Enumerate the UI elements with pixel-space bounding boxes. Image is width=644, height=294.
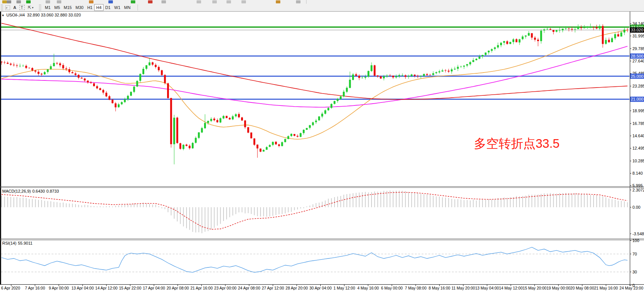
clipped-toolbar-icon[interactable]: [2, 0, 7, 3]
candle-body: [266, 147, 268, 150]
clipped-toolbar-icon[interactable]: [197, 0, 201, 3]
candle-body: [84, 79, 86, 80]
clipped-toolbar-icon[interactable]: [296, 0, 301, 3]
timeframe-button-mn[interactable]: MN: [122, 4, 132, 11]
clipped-toolbar-icon[interactable]: [161, 0, 166, 3]
clipped-toolbar-icon[interactable]: [148, 0, 152, 3]
clipped-toolbar-icon[interactable]: [57, 0, 61, 3]
candle-body: [247, 127, 249, 133]
svg-text:8 May 16:00: 8 May 16:00: [429, 286, 450, 290]
candle-body: [469, 62, 471, 64]
candle-body: [16, 65, 18, 66]
clipped-toolbar-icon[interactable]: [131, 0, 135, 3]
chart-toolbar: FAT⇱▾ M1M5M15M30H1H4D1W1MN: [0, 4, 644, 11]
candle-body: [596, 27, 598, 28]
candle-body: [139, 74, 141, 81]
candle-body: [102, 90, 104, 92]
candle-body: [423, 74, 425, 76]
chart-title: ▼USOil-,H4 32.890 33.060 32.880 33.020: [1, 13, 81, 17]
clipped-toolbar-icon[interactable]: [241, 0, 246, 3]
timeframe-button-w1[interactable]: W1: [113, 4, 123, 11]
toolbar-grip[interactable]: [1, 4, 3, 10]
candle-body: [586, 27, 588, 28]
candle-body: [250, 132, 252, 138]
clipped-toolbar-icon[interactable]: [16, 0, 21, 3]
candle-body: [244, 120, 246, 127]
candle-body: [272, 142, 274, 145]
candle-body: [543, 30, 545, 31]
candle-body: [300, 133, 302, 137]
candle-body: [161, 70, 163, 75]
candle-body: [556, 30, 558, 32]
text-label-icon[interactable]: A: [12, 4, 18, 11]
time-axis[interactable]: 6 Apr 20207 Apr 16:009 Apr 00:0013 Apr 0…: [1, 285, 643, 290]
candle-body: [149, 62, 151, 65]
candle-body: [611, 38, 613, 42]
clipped-toolbar-icon[interactable]: [26, 0, 31, 3]
candle-body: [25, 66, 27, 68]
candle-body: [176, 117, 178, 143]
candle-body: [281, 142, 283, 146]
text-box-icon[interactable]: T: [19, 4, 25, 11]
timeframe-button-d1[interactable]: D1: [104, 4, 113, 11]
toolbar-grip[interactable]: [39, 4, 41, 10]
arrows-icon[interactable]: ⇱▾: [26, 4, 36, 11]
collapse-arrow-icon[interactable]: ▼: [1, 14, 4, 17]
svg-text:7 May 08:00: 7 May 08:00: [405, 286, 426, 290]
candle-body: [374, 65, 376, 76]
clipped-toolbar-icon[interactable]: [7, 0, 11, 3]
candle-body: [47, 69, 49, 72]
clipped-toolbar-icon[interactable]: [46, 0, 50, 3]
candle-body: [213, 119, 215, 120]
candle-body: [118, 104, 120, 107]
clipped-toolbar-icon[interactable]: [212, 0, 217, 3]
svg-text:18.995: 18.995: [632, 108, 644, 113]
candle-body: [223, 116, 225, 119]
candle-body: [241, 117, 243, 120]
candle-body: [275, 142, 277, 144]
candle-body: [463, 65, 465, 67]
candle-body: [121, 102, 123, 104]
candle-body: [500, 43, 502, 45]
candle-body: [435, 72, 437, 73]
candle-body: [303, 130, 305, 133]
candle-body: [522, 36, 524, 39]
candle-body: [503, 41, 505, 43]
svg-text:0.00: 0.00: [632, 205, 640, 209]
svg-text:6 May 00:00: 6 May 00:00: [381, 286, 403, 290]
svg-text:-3.5484: -3.5484: [632, 232, 644, 236]
timeframe-button-h4[interactable]: H4: [94, 4, 103, 11]
timeframe-button-m1[interactable]: M1: [43, 4, 52, 11]
svg-text:20 May 08:00: 20 May 08:00: [570, 286, 594, 290]
clipped-toolbar-icon[interactable]: [276, 0, 280, 3]
candle-body: [152, 62, 154, 65]
timeframe-button-m30[interactable]: M30: [74, 4, 85, 11]
candle-body: [448, 71, 450, 72]
candle-body: [497, 45, 499, 48]
rsi-label: RSI(14)55.9011: [2, 241, 34, 245]
candle-body: [565, 28, 567, 29]
candle-body: [59, 63, 61, 65]
candle-body: [198, 132, 200, 138]
candle-body: [531, 33, 533, 38]
clipped-toolbar-icon[interactable]: [227, 0, 231, 3]
svg-text:15 May 20:00: 15 May 20:00: [523, 286, 547, 290]
candle-body: [127, 96, 129, 99]
clipped-toolbar-icon[interactable]: [108, 0, 113, 3]
candle-body: [41, 74, 43, 74]
timeframe-button-h1[interactable]: H1: [85, 4, 94, 11]
svg-text:23.285: 23.285: [632, 84, 644, 88]
clipped-toolbar-icon[interactable]: [89, 0, 93, 3]
candle-body: [371, 65, 373, 71]
trade-note-text: 多空转折点33.5: [474, 135, 560, 152]
candle-body: [580, 27, 582, 28]
candle-body: [525, 36, 527, 37]
timeframe-button-m5[interactable]: M5: [52, 4, 62, 11]
line-studies-icon[interactable]: F: [4, 4, 11, 11]
svg-text:8.140: 8.140: [632, 171, 643, 175]
timeframe-button-m15[interactable]: M15: [62, 4, 74, 11]
candle-body: [75, 73, 77, 75]
candle-body: [81, 78, 83, 79]
candle-body: [537, 40, 539, 41]
svg-text:14 May 12:00: 14 May 12:00: [499, 286, 523, 290]
